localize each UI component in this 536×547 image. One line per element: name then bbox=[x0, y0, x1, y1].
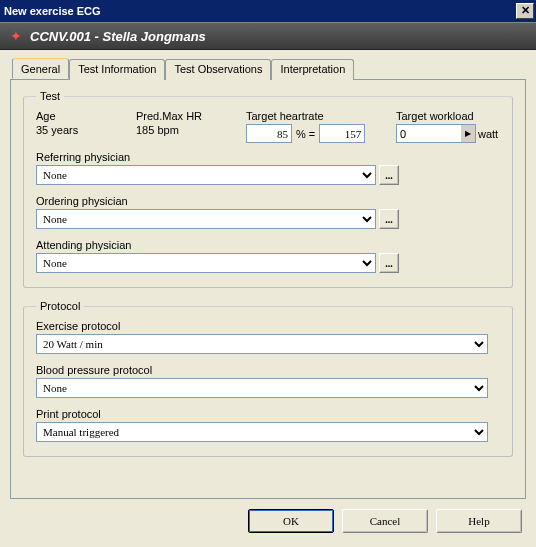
title-bar: New exercise ECG ✕ bbox=[0, 0, 536, 22]
protocol-fieldset: Protocol Exercise protocol 20 Watt / min… bbox=[23, 300, 513, 457]
cancel-button[interactable]: Cancel bbox=[342, 509, 428, 533]
dialog-button-row: OK Cancel Help bbox=[10, 499, 526, 533]
referring-physician-browse-button[interactable]: ... bbox=[379, 165, 399, 185]
referring-physician-label: Referring physician bbox=[36, 151, 500, 163]
patient-icon: ✦ bbox=[8, 28, 24, 44]
target-hr-pct-input[interactable] bbox=[246, 124, 292, 143]
age-value: 35 years bbox=[36, 124, 136, 136]
protocol-legend: Protocol bbox=[36, 300, 84, 312]
bp-protocol-select[interactable]: None bbox=[36, 378, 488, 398]
exercise-protocol-label: Exercise protocol bbox=[36, 320, 500, 332]
target-workload-value: 0 bbox=[400, 128, 406, 140]
tab-test-information[interactable]: Test Information bbox=[69, 59, 165, 80]
attending-physician-label: Attending physician bbox=[36, 239, 500, 251]
target-hr-label: Target heartrate bbox=[246, 110, 396, 122]
print-protocol-select[interactable]: Manual triggered bbox=[36, 422, 488, 442]
tab-general[interactable]: General bbox=[12, 58, 69, 79]
window-title: New exercise ECG bbox=[4, 5, 101, 17]
help-button[interactable]: Help bbox=[436, 509, 522, 533]
close-icon[interactable]: ✕ bbox=[516, 3, 534, 19]
ordering-physician-browse-button[interactable]: ... bbox=[379, 209, 399, 229]
age-label: Age bbox=[36, 110, 136, 122]
patient-title: CCNV.001 - Stella Jongmans bbox=[30, 29, 206, 44]
attending-physician-select[interactable]: None bbox=[36, 253, 376, 273]
tab-panel-general: Test Age 35 years Pred.Max HR 185 bpm Ta… bbox=[10, 79, 526, 499]
ordering-physician-label: Ordering physician bbox=[36, 195, 500, 207]
target-hr-mid: % = bbox=[296, 128, 315, 140]
tab-interpretation[interactable]: Interpretation bbox=[271, 59, 354, 80]
test-fieldset: Test Age 35 years Pred.Max HR 185 bpm Ta… bbox=[23, 90, 513, 288]
print-protocol-label: Print protocol bbox=[36, 408, 500, 420]
ok-button[interactable]: OK bbox=[248, 509, 334, 533]
ordering-physician-select[interactable]: None bbox=[36, 209, 376, 229]
referring-physician-select[interactable]: None bbox=[36, 165, 376, 185]
target-workload-unit: watt bbox=[478, 128, 498, 140]
play-icon[interactable]: ▶ bbox=[460, 125, 475, 142]
predmax-label: Pred.Max HR bbox=[136, 110, 246, 122]
predmax-value: 185 bpm bbox=[136, 124, 246, 136]
exercise-protocol-select[interactable]: 20 Watt / min bbox=[36, 334, 488, 354]
attending-physician-browse-button[interactable]: ... bbox=[379, 253, 399, 273]
target-workload-label: Target workload bbox=[396, 110, 500, 122]
patient-header: ✦ CCNV.001 - Stella Jongmans bbox=[0, 22, 536, 50]
tab-test-observations[interactable]: Test Observations bbox=[165, 59, 271, 80]
test-legend: Test bbox=[36, 90, 64, 102]
tab-strip: General Test Information Test Observatio… bbox=[10, 59, 526, 80]
bp-protocol-label: Blood pressure protocol bbox=[36, 364, 500, 376]
target-hr-value-input[interactable] bbox=[319, 124, 365, 143]
target-workload-input[interactable]: 0 ▶ bbox=[396, 124, 476, 143]
